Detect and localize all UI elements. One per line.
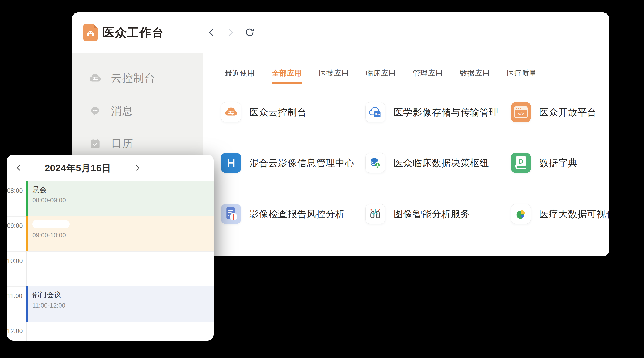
app-item-label: 医疗大数据可视化 (539, 208, 609, 220)
calendar-popup: 2024年5月16日 08:0009:0010:0011:0012:00晨会08… (7, 155, 214, 341)
hybrid-cloud-h-icon: H (221, 153, 241, 173)
app-item-label: 影像检查报告风控分析 (250, 208, 345, 220)
app-item-数据字典[interactable]: D 数据字典 (511, 153, 578, 173)
event-time: 09:00-10:00 (32, 232, 214, 239)
calendar-check-icon (89, 137, 102, 150)
app-item-label: 医学影像存储与传输管理 (394, 106, 498, 119)
time-label: 09:00 (7, 222, 22, 229)
app-item-医众临床数据决策枢纽[interactable]: 医众临床数据决策枢纽 (365, 153, 489, 173)
tab-bar: 最近使用全部应用医技应用临床应用管理应用数据应用医疗质量 (225, 68, 537, 78)
redacted-event-title (32, 220, 70, 228)
report-risk-icon (221, 204, 241, 224)
page-title: 医众工作台 (102, 12, 164, 53)
sidebar-item-label: 云控制台 (111, 71, 156, 85)
calendar-prev-button[interactable] (14, 164, 23, 172)
mascot-document-icon (83, 24, 98, 41)
chevron-left-icon (14, 163, 23, 173)
event-time: 08:00-09:00 (32, 197, 214, 204)
tab-bar-divider (214, 82, 603, 82)
time-label: 10:00 (7, 257, 22, 265)
event-title: 部门会议 (32, 290, 214, 300)
app-item-label: 医众临床数据决策枢纽 (394, 157, 489, 169)
app-item-label: 医众开放平台 (539, 106, 596, 119)
app-item-医众云控制台[interactable]: 医众云控制台 (221, 102, 307, 122)
pie-chart-icon (511, 204, 531, 224)
calendar-event-部门会议[interactable]: 部门会议11:00-12:00 (26, 286, 214, 322)
app-item-医学影像存储与传输管理[interactable]: Mos医学影像存储与传输管理 (365, 102, 498, 122)
refresh-icon (244, 27, 255, 38)
clinical-data-hub-icon (365, 153, 385, 173)
tab-数据应用[interactable]: 数据应用 (460, 68, 490, 78)
sidebar-item-云控制台[interactable]: 云控制台 (72, 68, 203, 89)
time-label: 11:00 (7, 293, 22, 300)
app-item-label: 数据字典 (539, 157, 578, 169)
tab-全部应用[interactable]: 全部应用 (272, 68, 302, 78)
cloud-console-icon (221, 102, 241, 122)
sidebar-item-label: 消息 (111, 104, 133, 118)
icon-letter-text: D (518, 158, 523, 165)
mos-cloud-icon: Mos (365, 102, 385, 122)
time-label: 12:00 (7, 328, 22, 335)
desktop-background: 医众工作台 (0, 0, 644, 358)
time-label: 08:00 (7, 187, 22, 194)
sidebar-item-日历[interactable]: 日历 (72, 133, 203, 154)
tab-医技应用[interactable]: 医技应用 (319, 68, 349, 78)
calendar-date-title: 2024年5月16日 (32, 155, 124, 181)
window-header: 医众工作台 (72, 12, 609, 53)
app-item-混合云影像信息管理中心[interactable]: H混合云影像信息管理中心 (221, 153, 354, 173)
chevron-right-icon (133, 163, 142, 173)
event-time: 11:00-12:00 (32, 302, 214, 309)
app-item-医众开放平台[interactable]: </>医众开放平台 (511, 102, 596, 122)
app-item-影像检查报告风控分析[interactable]: 影像检查报告风控分析 (221, 204, 345, 224)
calendar-next-button[interactable] (133, 164, 142, 172)
window-nav (206, 12, 255, 53)
sidebar-item-消息[interactable]: 消息 (72, 101, 203, 122)
refresh-button[interactable] (244, 27, 255, 38)
icon-letter-text: H (227, 157, 235, 169)
calendar-event-untitled[interactable]: 09:00-10:00 (26, 216, 214, 251)
app-item-图像智能分析服务[interactable]: 图像智能分析服务 (365, 204, 470, 224)
app-item-label: 医众云控制台 (250, 106, 307, 119)
tab-管理应用[interactable]: 管理应用 (413, 68, 443, 78)
app-item-医疗大数据可视化[interactable]: 医疗大数据可视化 (511, 204, 609, 224)
hour-gridline (7, 322, 214, 322)
chevron-left-icon (206, 27, 216, 38)
app-item-label: 图像智能分析服务 (394, 208, 470, 220)
tab-临床应用[interactable]: 临床应用 (366, 68, 396, 78)
calendar-header: 2024年5月16日 (7, 155, 214, 181)
chevron-right-icon (226, 27, 236, 38)
half-hour-gridline (26, 269, 214, 269)
app-item-label: 混合云影像信息管理中心 (250, 157, 354, 169)
chat-bubble-icon (89, 105, 102, 118)
sidebar-item-label: 日历 (111, 137, 133, 151)
cloud-settings-icon (89, 72, 102, 85)
calendar-event-晨会[interactable]: 晨会08:00-09:00 (26, 181, 214, 216)
icon-badge-text: Mos (374, 113, 380, 116)
lungs-ai-icon (365, 204, 385, 224)
event-title: 晨会 (32, 185, 214, 194)
hour-gridline (7, 251, 214, 252)
tab-最近使用[interactable]: 最近使用 (225, 68, 255, 78)
icon-code-text: </> (518, 111, 524, 116)
open-platform-icon: </> (511, 102, 531, 122)
data-dictionary-icon: D (511, 153, 531, 173)
back-button[interactable] (206, 27, 217, 38)
forward-button[interactable] (225, 27, 236, 38)
tab-医疗质量[interactable]: 医疗质量 (507, 68, 537, 78)
